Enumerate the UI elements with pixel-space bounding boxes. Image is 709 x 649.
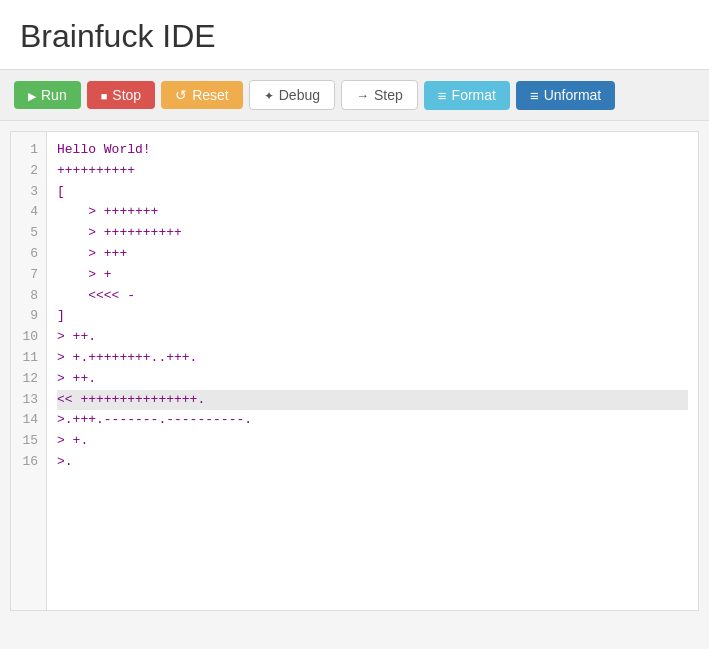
step-button[interactable]: Step xyxy=(341,80,418,110)
app-header: Brainfuck IDE xyxy=(0,0,709,70)
debug-icon xyxy=(264,87,274,103)
line-number: 12 xyxy=(11,369,46,390)
app-title: Brainfuck IDE xyxy=(20,18,689,55)
code-line: > +++++++ xyxy=(57,202,688,223)
line-number: 7 xyxy=(11,265,46,286)
code-line: >. xyxy=(57,452,688,473)
line-number: 14 xyxy=(11,410,46,431)
reset-button[interactable]: Reset xyxy=(161,81,243,109)
code-line: > +.++++++++..+++. xyxy=(57,348,688,369)
toolbar: Run Stop Reset Debug Step Format Unforma… xyxy=(0,70,709,121)
code-line: > + xyxy=(57,265,688,286)
line-number: 9 xyxy=(11,306,46,327)
code-line: Hello World! xyxy=(57,140,688,161)
line-number: 15 xyxy=(11,431,46,452)
line-number: 2 xyxy=(11,161,46,182)
code-line: [ xyxy=(57,182,688,203)
stop-button[interactable]: Stop xyxy=(87,81,155,109)
format-button[interactable]: Format xyxy=(424,81,510,110)
code-line: ] xyxy=(57,306,688,327)
line-number: 5 xyxy=(11,223,46,244)
stop-icon xyxy=(101,87,108,103)
line-number: 10 xyxy=(11,327,46,348)
line-number: 1 xyxy=(11,140,46,161)
line-number: 4 xyxy=(11,202,46,223)
code-line: << +++++++++++++++. xyxy=(57,390,688,411)
line-number: 8 xyxy=(11,286,46,307)
code-line: > ++++++++++ xyxy=(57,223,688,244)
line-numbers: 12345678910111213141516 xyxy=(11,132,47,610)
editor[interactable]: 12345678910111213141516 Hello World!++++… xyxy=(10,131,699,611)
code-line: > +++ xyxy=(57,244,688,265)
line-number: 13 xyxy=(11,390,46,411)
play-icon xyxy=(28,87,36,103)
code-line: >.+++.-------.----------. xyxy=(57,410,688,431)
reset-icon xyxy=(175,87,187,103)
line-number: 11 xyxy=(11,348,46,369)
unformat-button[interactable]: Unformat xyxy=(516,81,615,110)
unformat-icon xyxy=(530,87,539,104)
code-line: > ++. xyxy=(57,369,688,390)
code-content[interactable]: Hello World!++++++++++[ > +++++++ > ++++… xyxy=(47,132,698,610)
code-line: <<<< - xyxy=(57,286,688,307)
code-line: > +. xyxy=(57,431,688,452)
code-line: > ++. xyxy=(57,327,688,348)
format-icon xyxy=(438,87,447,104)
run-button[interactable]: Run xyxy=(14,81,81,109)
code-line: ++++++++++ xyxy=(57,161,688,182)
line-number: 3 xyxy=(11,182,46,203)
line-number: 16 xyxy=(11,452,46,473)
line-number: 6 xyxy=(11,244,46,265)
debug-button[interactable]: Debug xyxy=(249,80,335,110)
step-icon xyxy=(356,87,369,103)
